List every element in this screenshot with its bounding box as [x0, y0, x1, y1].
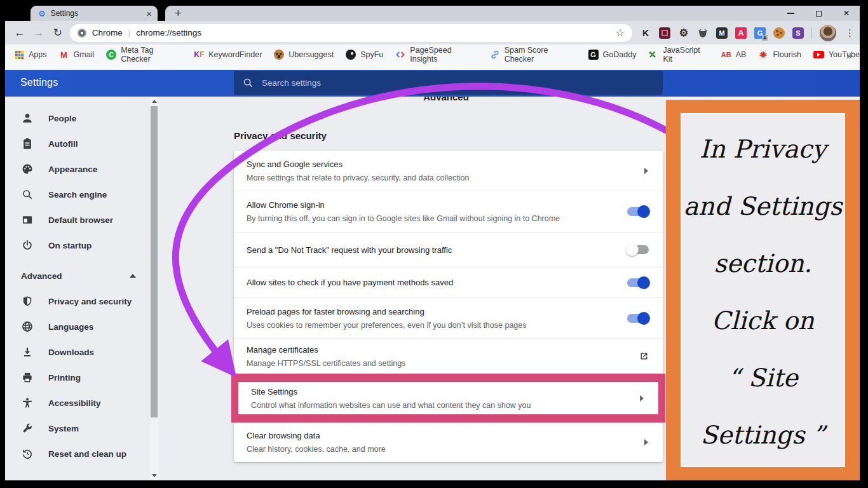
row-site-settings[interactable]: Site Settings Control what information w…: [238, 382, 658, 414]
search-placeholder: Search settings: [262, 78, 321, 88]
bookmark-label: GoDaddy: [603, 50, 637, 59]
row-preload-pages[interactable]: Preload pages for faster browsing and se…: [234, 297, 663, 338]
wrench-icon: [21, 422, 34, 435]
bookmark-label: JavaScript Kit: [663, 46, 709, 64]
close-window-button[interactable]: ×: [843, 9, 850, 18]
toggle-on[interactable]: [627, 278, 649, 287]
toggle-on[interactable]: [627, 207, 649, 216]
bookmark-ubersuggest[interactable]: Ubersuggest: [274, 50, 334, 60]
toggle-off[interactable]: [627, 245, 649, 254]
bookmark-label: SpyFu: [360, 50, 383, 59]
sidebar-item-privacy-and-security[interactable]: Privacy and security: [5, 288, 150, 314]
row-manage-certificates[interactable]: Manage certificates Manage HTTPS/SSL cer…: [234, 338, 663, 374]
profile-avatar[interactable]: [820, 25, 836, 41]
bookmark-pagespeed[interactable]: PageSpeed Insights: [395, 46, 477, 64]
scrollbar-thumb[interactable]: [151, 106, 158, 417]
row-do-not-track[interactable]: Send a "Do Not Track" request with your …: [234, 232, 663, 267]
restore-button[interactable]: [816, 11, 822, 17]
row-sync-and-google-services[interactable]: Sync and Google services More settings t…: [234, 151, 663, 191]
bookmark-spyfu[interactable]: SpyFu: [346, 50, 383, 60]
forward-button[interactable]: →: [29, 27, 48, 39]
bookmarks-overflow-chevron[interactable]: »: [846, 50, 852, 62]
pagespeed-icon: [395, 50, 405, 60]
bookmark-meta-tag-checker[interactable]: C Meta Tag Checker: [106, 46, 182, 64]
bookmark-star-icon[interactable]: ☆: [616, 27, 625, 39]
sidebar-item-downloads[interactable]: Downloads: [5, 339, 150, 365]
row-subtitle: By turning this off, you can sign in to …: [247, 214, 614, 223]
browser-menu-icon[interactable]: ⋮: [845, 27, 855, 39]
row-payment-methods[interactable]: Allow sites to check if you have payment…: [234, 267, 663, 297]
extension-a-icon[interactable]: A: [735, 27, 747, 39]
omnibox-divider: |: [128, 28, 130, 37]
row-clear-browsing-data[interactable]: Clear browsing data Clear history, cooki…: [234, 423, 663, 462]
chevron-right-icon: [644, 168, 648, 174]
address-bar[interactable]: Chrome | chrome://settings ☆: [70, 24, 632, 42]
row-title: Allow sites to check if you have payment…: [247, 278, 614, 287]
settings-title: Settings: [20, 77, 58, 88]
new-tab-button[interactable]: +: [175, 8, 182, 19]
sidebar-item-people[interactable]: People: [5, 105, 150, 131]
row-title: Send a "Do Not Track" request with your …: [247, 245, 614, 255]
extension-pixel-icon[interactable]: [659, 27, 670, 39]
bookmark-youtube[interactable]: YouTube: [813, 50, 860, 59]
flourish-icon: [758, 50, 768, 60]
bookmark-godaddy[interactable]: G GoDaddy: [588, 50, 637, 60]
search-settings-input[interactable]: Search settings: [234, 71, 663, 95]
chevron-right-icon: [644, 439, 648, 445]
extension-s-icon[interactable]: S: [792, 27, 804, 39]
clipped-advanced-heading: Advanced: [417, 97, 475, 102]
tab-close-icon[interactable]: ×: [146, 9, 152, 18]
sidebar-item-accessibility[interactable]: Accessibility: [5, 390, 150, 416]
toggle-on[interactable]: [627, 314, 649, 323]
download-icon: [21, 346, 34, 358]
sidebar-label: Search engine: [48, 190, 107, 200]
bookmark-flourish[interactable]: Flourish: [758, 50, 801, 60]
kf-k: K: [194, 50, 200, 59]
shield-icon: [21, 295, 34, 308]
bookmark-label: Apps: [29, 50, 47, 59]
sidebar-label: Default browser: [48, 215, 113, 225]
clipboard-icon: [21, 137, 34, 150]
sidebar-label: Reset and clean up: [48, 449, 126, 459]
triangle-down-icon: [152, 474, 157, 477]
extension-translate-icon[interactable]: GA: [754, 27, 766, 39]
extension-cookie-icon[interactable]: [773, 27, 785, 39]
extension-wolf-icon[interactable]: [697, 27, 709, 39]
scrollbar-up-arrow[interactable]: [150, 97, 158, 105]
sidebar-item-languages[interactable]: Languages: [5, 314, 150, 339]
sidebar-item-default-browser[interactable]: Default browser: [5, 207, 150, 233]
sidebar-item-printing[interactable]: Printing: [5, 365, 150, 390]
minimize-button[interactable]: [787, 13, 794, 14]
sidebar-item-on-startup[interactable]: On startup: [5, 233, 150, 258]
back-button[interactable]: ←: [10, 27, 29, 39]
sidebar-item-appearance[interactable]: Appearance: [5, 156, 150, 182]
bookmark-spam-score-checker[interactable]: Spam Score Checker: [490, 46, 576, 64]
chevron-right-icon: [640, 395, 644, 402]
page-scrollbar[interactable]: [150, 97, 158, 480]
sidebar-item-system[interactable]: System: [5, 416, 150, 441]
toggle-knob: [637, 276, 650, 289]
sidebar-item-search-engine[interactable]: Search engine: [5, 182, 150, 207]
bookmark-keywordfinder[interactable]: KF KeywordFinder: [194, 50, 262, 60]
extension-k-icon[interactable]: K: [640, 27, 651, 39]
meta-tag-checker-icon: C: [106, 50, 116, 60]
bookmark-gmail[interactable]: M Gmail: [59, 50, 95, 60]
link-icon: [490, 50, 500, 60]
row-subtitle: Uses cookies to remember your preference…: [247, 321, 614, 330]
extension-m-icon[interactable]: M: [716, 27, 728, 39]
tab-settings[interactable]: ⚙ Settings ×: [31, 6, 158, 21]
row-allow-chrome-sign-in[interactable]: Allow Chrome sign-in By turning this off…: [234, 191, 663, 232]
search-icon: [243, 78, 254, 88]
sidebar-advanced-toggle[interactable]: Advanced: [5, 263, 150, 288]
row-text: Allow Chrome sign-in By turning this off…: [247, 200, 627, 223]
scrollbar-down-arrow[interactable]: [150, 471, 158, 480]
bookmark-javascript-kit[interactable]: JavaScript Kit: [648, 46, 709, 64]
reload-button[interactable]: ↻: [48, 26, 67, 39]
sidebar-item-autofill[interactable]: Autofill: [5, 131, 150, 156]
bookmark-ab[interactable]: AB AB: [721, 50, 747, 60]
bookmark-apps[interactable]: Apps: [14, 50, 47, 60]
sidebar-item-reset-and-clean-up[interactable]: Reset and clean up: [5, 441, 150, 466]
extension-gear-icon[interactable]: ⚙: [678, 27, 689, 39]
row-subtitle: Manage HTTPS/SSL certificates and settin…: [247, 359, 626, 368]
window-controls: ×: [787, 9, 860, 18]
